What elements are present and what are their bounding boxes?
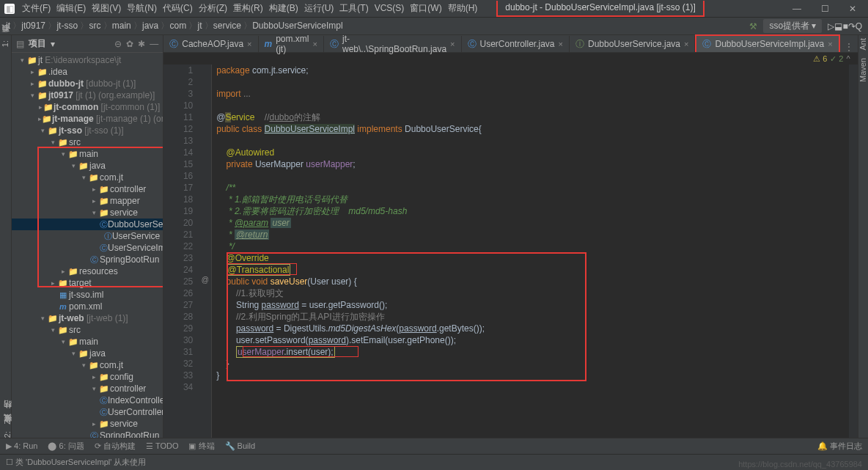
tree-twistie[interactable]: ▸ <box>89 186 98 193</box>
event-log-button[interactable]: 🔔 事件日志 <box>817 441 862 452</box>
tree-twistie[interactable]: ▾ <box>79 174 88 181</box>
ant-tool-button[interactable]: Ant <box>858 38 867 51</box>
tree-twistie[interactable]: ▾ <box>69 350 78 357</box>
panel-action-icon[interactable]: ✿ <box>126 39 133 49</box>
build-icon[interactable]: ⚒ <box>749 21 757 32</box>
tab-close-icon[interactable]: × <box>559 40 563 48</box>
tree-node[interactable]: ▸ 📁 .idea <box>12 66 163 78</box>
tree-node[interactable]: Ⓘ UserService <box>12 230 163 242</box>
editor-tab[interactable]: Ⓒ jt-web\..\SpringBootRun.java × <box>324 36 462 52</box>
editor-tab[interactable]: m pom.xml (jt) × <box>259 36 324 52</box>
favorites-tool-button[interactable]: 2: 收藏夹 <box>2 429 13 438</box>
panel-action-icon[interactable]: — <box>150 39 158 49</box>
tree-node[interactable]: ▸ 📁 dubbo-jt [dubbo-jt (1)] <box>12 78 163 89</box>
error-stripe[interactable] <box>849 65 858 438</box>
structure-tool-button[interactable]: Z: 结构 <box>2 415 13 425</box>
tree-node[interactable]: ▸ 📁 config <box>12 371 163 383</box>
tree-node[interactable]: Ⓒ SpringBootRun <box>12 430 163 438</box>
tree-node[interactable]: ▾ 📁 service <box>12 207 163 219</box>
breadcrumb-item[interactable]: jt-sso <box>56 21 78 31</box>
tree-twistie[interactable]: ▾ <box>89 385 98 392</box>
tree-node[interactable]: Ⓒ IndexController <box>12 394 163 406</box>
tree-node[interactable]: ▸ 📁 resources <box>12 265 163 277</box>
menu-视图(V)[interactable]: 视图(V) <box>92 3 121 13</box>
tree-node[interactable]: ▾ 📁 jt-web [jt-web (1)] <box>12 312 163 324</box>
tree-node[interactable]: ▸ 📁 service <box>12 418 163 430</box>
tree-twistie[interactable]: ▸ <box>89 197 98 205</box>
menu-运行(U)[interactable]: 运行(U) <box>304 3 334 13</box>
tree-twistie[interactable]: ▾ <box>38 315 47 322</box>
tree-node[interactable]: ▸ 📁 target <box>12 277 163 289</box>
maximize-button[interactable]: ☐ <box>814 4 836 14</box>
tab-close-icon[interactable]: × <box>684 40 688 48</box>
toolbar-icon[interactable]: ⬓ <box>834 21 842 32</box>
tree-node[interactable]: ▸ 📁 controller <box>12 183 163 195</box>
tree-twistie[interactable]: ▾ <box>18 56 26 64</box>
tree-node[interactable]: ▸ 📁 jt-manage [jt-manage (1) (org.exampl… <box>12 113 163 125</box>
tree-twistie[interactable]: ▾ <box>79 361 88 369</box>
close-button[interactable]: ✕ <box>842 4 864 14</box>
run-config-dropdown[interactable]: sso提供者 ▾ <box>763 19 822 33</box>
warnings-count[interactable]: ⚠ 6 <box>813 54 827 64</box>
code-editor[interactable]: 1231011121314151617181920212223242526272… <box>163 65 857 438</box>
editor-tab[interactable]: Ⓘ DubboUserService.java × <box>570 36 696 52</box>
tabs-more-icon[interactable]: ⋮ <box>840 42 858 52</box>
tree-twistie[interactable]: ▸ <box>59 268 67 275</box>
tab-close-icon[interactable]: × <box>247 40 251 48</box>
breadcrumb-item[interactable]: service <box>213 21 241 31</box>
panel-action-icon[interactable]: ✱ <box>138 39 145 49</box>
statusbar-item[interactable]: ▶ 4: Run <box>6 441 37 450</box>
project-view-dropdown[interactable]: ▾ <box>51 39 55 49</box>
tree-node[interactable]: Ⓒ UserController <box>12 406 163 418</box>
statusbar-item[interactable]: ☰ TODO <box>146 441 179 450</box>
minimize-button[interactable]: — <box>786 4 808 14</box>
tab-close-icon[interactable]: × <box>313 40 317 48</box>
breadcrumb-item[interactable]: com <box>169 21 186 31</box>
tree-twistie[interactable]: ▸ <box>89 420 98 427</box>
tree-twistie[interactable]: ▾ <box>89 209 98 216</box>
weak-warnings-count[interactable]: ✓ 2 <box>830 54 843 64</box>
statusbar-item[interactable]: ⟳ 自动构建 <box>95 441 136 450</box>
breadcrumb-item[interactable]: DubboUserServiceImpl <box>252 21 342 31</box>
tree-twistie[interactable]: ▾ <box>69 162 78 169</box>
tree-node[interactable]: ▾ 📁 jt0917 [jt (1) (org.example)] <box>12 89 163 101</box>
menu-帮助(H)[interactable]: 帮助(H) <box>448 3 478 13</box>
tree-node[interactable]: Ⓒ UserServiceImpl <box>12 242 163 254</box>
menu-文件(F)[interactable]: 文件(F) <box>22 3 51 13</box>
statusbar-item[interactable]: ▣ 终端 <box>188 441 214 450</box>
menu-VCS(S)[interactable]: VCS(S) <box>375 3 405 13</box>
code-content[interactable]: package com.jt.service; import ... @Serv… <box>212 65 848 438</box>
tree-twistie[interactable]: ▾ <box>59 150 67 158</box>
tree-node[interactable]: ▾ 📁 main <box>12 336 163 348</box>
tree-node[interactable]: ▾ 📁 java <box>12 348 163 359</box>
project-tree[interactable]: ▾ 📁 jt E:\ideaworkspace\jt ▸ 📁 .idea ▸ 📁… <box>12 53 163 438</box>
tree-twistie[interactable]: ▾ <box>59 338 67 345</box>
tree-node[interactable]: ▸ 📁 mapper <box>12 195 163 207</box>
tree-node[interactable]: Ⓒ SpringBootRun <box>12 254 163 265</box>
tree-twistie[interactable]: ▸ <box>38 103 43 111</box>
tree-twistie[interactable]: ▾ <box>28 92 37 99</box>
breadcrumb-item[interactable]: jt0917 <box>21 21 45 31</box>
tree-twistie[interactable]: ▾ <box>48 326 57 334</box>
breadcrumb-item[interactable]: java <box>142 21 158 31</box>
editor-tab[interactable]: Ⓒ UserController.java × <box>462 36 570 52</box>
tree-node[interactable]: ▾ 📁 com.jt <box>12 359 163 371</box>
menu-构建(B)[interactable]: 构建(B) <box>269 3 298 13</box>
breadcrumb-item[interactable]: main <box>112 21 131 31</box>
editor-tab[interactable]: Ⓒ CacheAOP.java × <box>163 36 258 52</box>
tree-node[interactable]: ▸ 📁 jt-common [jt-common (1)] <box>12 101 163 113</box>
tree-twistie[interactable]: ▸ <box>28 68 37 76</box>
menu-导航(N)[interactable]: 导航(N) <box>127 3 157 13</box>
tree-node[interactable]: ▾ 📁 controller <box>12 383 163 394</box>
tree-node[interactable]: ▾ 📁 jt E:\ideaworkspace\jt <box>12 54 163 66</box>
breadcrumb-item[interactable]: src <box>89 21 100 31</box>
menu-工具(T)[interactable]: 工具(T) <box>339 3 368 13</box>
tree-twistie[interactable]: ▸ <box>48 279 57 287</box>
menu-分析(Z)[interactable]: 分析(Z) <box>199 3 227 13</box>
tree-twistie[interactable]: ▸ <box>89 373 98 381</box>
tree-twistie[interactable]: ▸ <box>28 80 37 87</box>
toolbar-icon[interactable]: Q <box>856 21 862 32</box>
tree-node[interactable]: ▾ 📁 com.jt <box>12 172 163 183</box>
statusbar-item[interactable]: ⬤ 6: 问题 <box>48 441 84 450</box>
toolbar-icon[interactable]: ■ <box>842 21 847 32</box>
